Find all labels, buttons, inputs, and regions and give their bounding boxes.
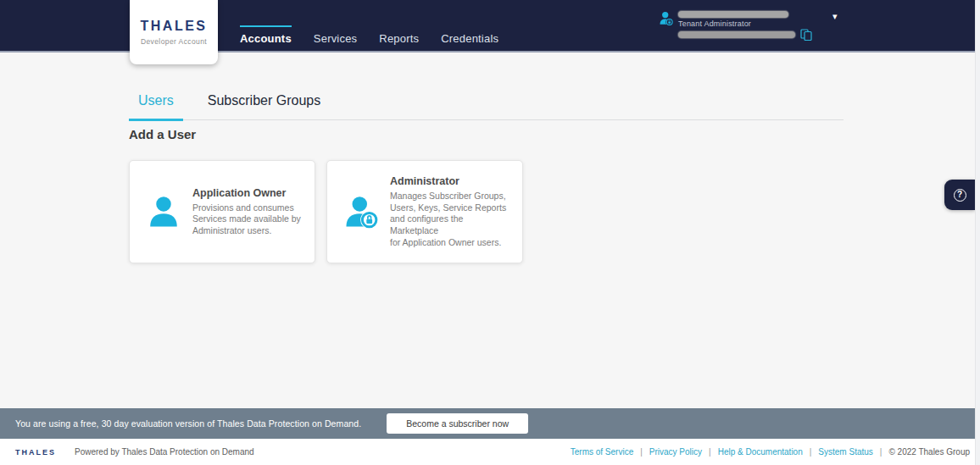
terms-of-service-link[interactable]: Terms of Service	[571, 447, 633, 457]
tab-users[interactable]: Users	[129, 88, 183, 119]
application-owner-card[interactable]: Application Owner Provisions and consume…	[129, 160, 315, 263]
copyright-label: © 2022 Thales Group	[888, 447, 970, 457]
evaluation-message: You are using a free, 30 day evaluation …	[15, 418, 361, 429]
help-documentation-link[interactable]: Help & Documentation	[718, 447, 803, 457]
user-role-label: Tenant Administrator	[678, 19, 751, 28]
card-description: Manages Subscriber Groups, Users, Keys, …	[390, 191, 512, 248]
account-tabs: Users Subscriber Groups	[129, 88, 844, 120]
separator: |	[810, 447, 812, 457]
evaluation-banner: You are using a free, 30 day evaluation …	[0, 408, 980, 439]
question-mark-icon: ?	[954, 189, 966, 202]
thales-footer-logo: THALES	[15, 448, 56, 457]
add-user-cards: Application Owner Provisions and consume…	[129, 160, 523, 263]
nav-item-credentials[interactable]: Credentials	[441, 25, 498, 58]
redacted-email	[678, 11, 788, 18]
footer-left: THALES Powered by Thales Data Protection…	[15, 447, 254, 457]
logo-subtitle: Developer Account	[141, 37, 207, 46]
redacted-tenant-id	[678, 31, 795, 38]
separator: |	[640, 447, 643, 457]
footer: THALES Powered by Thales Data Protection…	[0, 439, 980, 465]
nav-item-accounts[interactable]: Accounts	[240, 25, 292, 58]
card-text: Administrator Manages Subscriber Groups,…	[390, 175, 512, 248]
user-avatar-icon[interactable]	[658, 10, 674, 26]
primary-nav: Accounts Services Reports Credentials	[240, 25, 521, 58]
nav-item-services[interactable]: Services	[314, 25, 357, 58]
thales-wordmark: THALES	[141, 19, 208, 34]
copy-icon[interactable]	[800, 29, 812, 41]
powered-by-label: Powered by Thales Data Protection on Dem…	[75, 447, 254, 457]
tab-subscriber-groups[interactable]: Subscriber Groups	[198, 88, 330, 119]
system-status-link[interactable]: System Status	[818, 447, 872, 457]
nav-item-reports[interactable]: Reports	[379, 25, 419, 58]
thales-logo-card[interactable]: THALES Developer Account	[130, 0, 218, 64]
scrollbar-track[interactable]	[975, 0, 980, 465]
card-title: Application Owner	[192, 187, 301, 199]
chevron-down-icon[interactable]: ▾	[832, 12, 838, 21]
card-title: Administrator	[390, 175, 512, 187]
card-text: Application Owner Provisions and consume…	[192, 187, 301, 237]
privacy-policy-link[interactable]: Privacy Policy	[649, 447, 702, 457]
person-icon	[146, 194, 181, 230]
app-window: Accounts Services Reports Credentials Te…	[0, 0, 980, 465]
help-button[interactable]: ?	[944, 180, 975, 210]
person-lock-badge-icon	[343, 194, 379, 230]
administrator-card[interactable]: Administrator Manages Subscriber Groups,…	[326, 160, 523, 263]
page-title: Add a User	[129, 127, 196, 141]
footer-links: Terms of Service | Privacy Policy | Help…	[571, 447, 970, 457]
card-description: Provisions and consumes Services made av…	[192, 202, 301, 237]
separator: |	[880, 447, 883, 457]
become-subscriber-button[interactable]: Become a subscriber now	[387, 413, 528, 434]
top-navbar: Accounts Services Reports Credentials Te…	[0, 0, 980, 53]
separator: |	[709, 447, 711, 457]
